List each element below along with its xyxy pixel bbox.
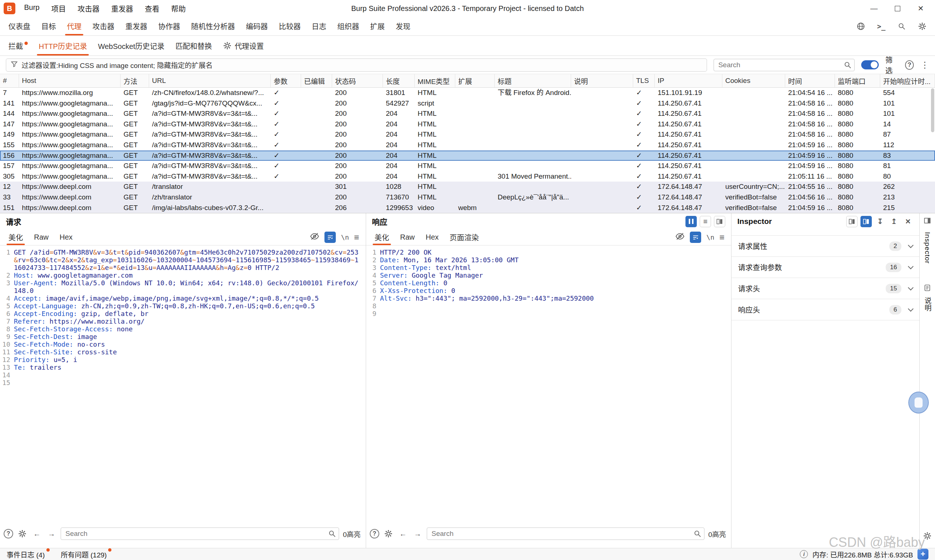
column-header[interactable]: 时间 — [785, 74, 835, 87]
terminal-icon[interactable]: >_ — [876, 21, 887, 32]
editor-tab-item[interactable]: Hex — [54, 229, 78, 245]
main-tab-item[interactable]: 日志 — [306, 17, 332, 35]
notes-vertical-tab[interactable]: 说明 — [923, 297, 932, 312]
menu-item[interactable]: 攻击器 — [72, 1, 105, 16]
help-icon[interactable]: ? — [4, 529, 13, 538]
editor-menu-icon[interactable]: ≡ — [354, 232, 359, 243]
table-row[interactable]: 147https://www.googletagmana...GET/a?id=… — [0, 119, 935, 130]
inspector-section[interactable]: 响应头6 — [732, 299, 919, 320]
sub-tab-item[interactable]: 匹配和替换 — [170, 36, 217, 55]
column-header[interactable]: URL — [149, 74, 271, 87]
main-tab-item[interactable]: 随机性分析器 — [186, 17, 240, 35]
table-row[interactable]: 305https://www.googletagmana...GET/a?id=… — [0, 171, 935, 182]
sub-tab-item[interactable]: 拦截 — [3, 36, 33, 55]
main-tab-item[interactable]: 组织器 — [332, 17, 364, 35]
dock-right-icon[interactable] — [860, 216, 872, 227]
layout-columns-icon[interactable] — [714, 216, 725, 227]
word-wrap-icon[interactable] — [690, 232, 701, 243]
sub-tab-item[interactable]: HTTP历史记录 — [33, 36, 92, 55]
linebreak-icon[interactable]: \n — [706, 234, 714, 241]
menu-item[interactable]: 查看 — [140, 1, 165, 16]
menu-item[interactable]: 帮助 — [166, 1, 191, 16]
editor-tab-item[interactable]: Hex — [420, 229, 444, 245]
eye-slash-icon[interactable] — [310, 232, 319, 243]
column-header[interactable]: 方法 — [121, 74, 149, 87]
gear-icon[interactable] — [17, 528, 28, 539]
inspector-section[interactable]: 请求查询参数16 — [732, 257, 919, 278]
table-row[interactable]: 157https://www.googletagmana...GET/a?id=… — [0, 161, 935, 171]
column-header[interactable]: IP — [655, 74, 722, 87]
eye-slash-icon[interactable] — [675, 232, 685, 243]
column-header[interactable]: 状态码 — [332, 74, 383, 87]
main-tab-item[interactable]: 发现 — [390, 17, 416, 35]
column-header[interactable]: 扩展 — [455, 74, 495, 87]
column-header[interactable]: Host — [19, 74, 121, 87]
column-header[interactable]: 标题 — [495, 74, 571, 87]
main-tab-item[interactable]: 协作器 — [153, 17, 186, 35]
menu-item[interactable]: Burp — [19, 1, 45, 16]
request-editor[interactable]: 1GET /a?id=GTM-MW3R8V&v=3&t=t&pid=940362… — [0, 246, 366, 525]
word-wrap-icon[interactable] — [324, 232, 336, 243]
filter-settings-bar[interactable]: 过滤器设置:Hiding CSS and image content; 隐藏指定… — [6, 58, 707, 72]
column-header[interactable]: 已编辑 — [301, 74, 332, 87]
editor-tab-item[interactable]: 美化 — [3, 229, 29, 245]
close-inspector-icon[interactable]: × — [903, 216, 913, 227]
table-row[interactable]: 155https://www.googletagmana...GET/a?id=… — [0, 140, 935, 151]
request-search-input[interactable] — [61, 528, 339, 540]
main-tab-item[interactable]: 目标 — [36, 17, 62, 35]
main-tab-item[interactable]: 重发器 — [120, 17, 153, 35]
linebreak-icon[interactable]: \n — [341, 234, 349, 241]
sub-tab-item[interactable]: 代理设置 — [217, 36, 269, 55]
more-options-icon[interactable]: ⋮ — [920, 60, 929, 70]
chevron-down-icon[interactable] — [908, 285, 914, 291]
table-row[interactable]: 12https://www.deepl.comGET/translator301… — [0, 182, 935, 192]
table-row[interactable]: 149https://www.googletagmana...GET/a?id=… — [0, 129, 935, 140]
editor-menu-icon[interactable]: ≡ — [720, 232, 724, 243]
help-icon[interactable]: ? — [905, 60, 914, 70]
column-header[interactable]: 监听端口 — [835, 74, 880, 87]
main-tab-item[interactable]: 扩展 — [364, 17, 390, 35]
table-scrollbar[interactable] — [930, 88, 935, 212]
column-header[interactable]: TLS — [633, 74, 655, 87]
column-header[interactable]: Cookies — [722, 74, 785, 87]
chevron-down-icon[interactable] — [908, 263, 914, 269]
editor-tab-item[interactable]: Raw — [395, 229, 420, 245]
response-editor[interactable]: 1HTTP/2 200 OK2Date: Mon, 16 Mar 2026 13… — [366, 246, 731, 525]
notes-doc-icon[interactable] — [924, 284, 931, 293]
gear-icon[interactable] — [383, 528, 394, 539]
event-log-button[interactable]: 事件日志 (4) — [6, 549, 45, 559]
menu-item[interactable]: 项目 — [46, 1, 71, 16]
table-row[interactable]: 151https://www.deepl.comGET/img/ai-labs/… — [0, 203, 935, 213]
column-header[interactable]: MIME类型 — [415, 74, 455, 87]
layout-rows-icon[interactable]: ≡ — [700, 216, 711, 227]
history-search-input[interactable] — [714, 59, 855, 71]
dock-panel-icon[interactable] — [924, 217, 931, 226]
main-tab-item[interactable]: 比较器 — [273, 17, 306, 35]
sub-tab-item[interactable]: WebSocket历史记录 — [92, 36, 170, 55]
all-issues-button[interactable]: 所有问题 (129) — [61, 549, 107, 559]
column-header[interactable]: # — [0, 74, 19, 87]
column-header[interactable]: 长度 — [383, 74, 415, 87]
next-match-icon[interactable]: → — [412, 528, 423, 539]
close-button[interactable]: ✕ — [915, 3, 926, 14]
inspector-section[interactable]: 请求属性2 — [732, 235, 919, 257]
table-row[interactable]: 156https://www.googletagmana...GET/a?id=… — [0, 151, 935, 161]
dock-left-icon[interactable] — [846, 216, 858, 227]
table-row[interactable]: 141https://www.googletagmana...GET/gtag/… — [0, 98, 935, 109]
table-row[interactable]: 144https://www.googletagmana...GET/a?id=… — [0, 109, 935, 119]
main-tab-item[interactable]: 代理 — [62, 17, 87, 35]
main-tab-item[interactable]: 编码器 — [240, 17, 273, 35]
chevron-down-icon[interactable] — [908, 306, 914, 312]
response-search-input[interactable] — [427, 528, 704, 540]
inspector-vertical-tab[interactable]: Inspector — [923, 232, 931, 264]
expand-all-icon[interactable]: ↥ — [889, 216, 900, 227]
prev-match-icon[interactable]: ← — [398, 528, 409, 539]
column-header[interactable]: 开始响应计时... — [880, 74, 935, 87]
column-header[interactable]: 说明 — [571, 74, 633, 87]
next-match-icon[interactable]: → — [46, 528, 57, 539]
globe-icon[interactable] — [855, 21, 866, 32]
maximize-button[interactable] — [892, 3, 903, 14]
table-row[interactable]: 7https://www.mozilla.orgGET/zh-CN/firefo… — [0, 88, 935, 98]
pause-updates-icon[interactable] — [686, 216, 697, 227]
chevron-down-icon[interactable] — [908, 242, 914, 248]
